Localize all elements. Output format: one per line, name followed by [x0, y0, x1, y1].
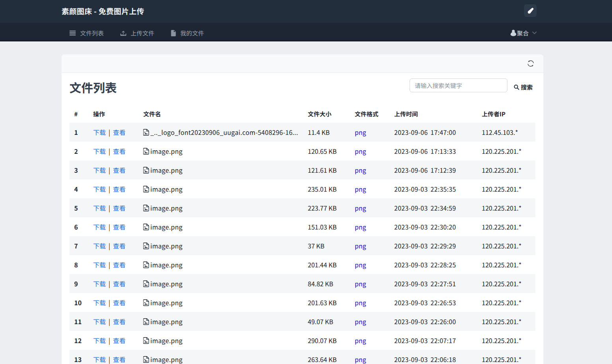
- view-link[interactable]: 查看: [113, 298, 125, 307]
- row-filename: image.png: [150, 355, 183, 364]
- nav-item-file-list[interactable]: 文件列表: [69, 29, 104, 37]
- format-link[interactable]: png: [355, 241, 366, 250]
- file-list-panel: 文件列表 搜索: [62, 54, 543, 364]
- format-link[interactable]: png: [355, 222, 366, 231]
- row-actions: 下载|查看: [88, 236, 138, 255]
- download-link[interactable]: 下载: [93, 203, 106, 213]
- row-uploader-ip: 120.225.201.*: [477, 217, 535, 236]
- view-link[interactable]: 查看: [113, 127, 125, 137]
- action-separator: |: [106, 146, 113, 156]
- format-link[interactable]: png: [355, 165, 366, 175]
- format-link[interactable]: png: [355, 317, 366, 326]
- view-link[interactable]: 查看: [113, 222, 125, 231]
- view-link[interactable]: 查看: [113, 241, 125, 250]
- file-row: 10下载|查看image.png201.63 KBpng2023-09-03 2…: [69, 293, 535, 312]
- row-format-cell: png: [350, 293, 389, 312]
- view-link[interactable]: 查看: [113, 146, 125, 156]
- row-uploader-ip: 120.225.201.*: [477, 198, 535, 217]
- nav-item-upload[interactable]: 上传文件: [120, 29, 154, 37]
- row-upload-time: 2023-09-06 17:47:00: [389, 123, 477, 142]
- format-link[interactable]: png: [355, 127, 366, 137]
- view-link[interactable]: 查看: [113, 165, 125, 175]
- search-button-label: 搜索: [521, 83, 533, 91]
- panel-toolbar: [62, 54, 543, 73]
- theme-brush-button[interactable]: [524, 4, 537, 17]
- page-title: 文件列表: [69, 81, 117, 93]
- row-size: 37 KB: [303, 236, 350, 255]
- view-link[interactable]: 查看: [113, 260, 125, 269]
- download-link[interactable]: 下载: [93, 146, 106, 156]
- row-uploader-ip: 120.225.201.*: [477, 179, 535, 198]
- format-link[interactable]: png: [355, 184, 366, 194]
- download-link[interactable]: 下载: [93, 184, 106, 194]
- row-size: 49.07 KB: [303, 312, 350, 331]
- row-size: 263.64 KB: [303, 350, 350, 364]
- format-link[interactable]: png: [355, 355, 366, 364]
- row-upload-time: 2023-09-06 17:13:33: [389, 142, 477, 161]
- row-size: 11.4 KB: [303, 123, 350, 142]
- search-button[interactable]: 搜索: [514, 83, 533, 91]
- row-filename: image.png: [150, 203, 183, 213]
- row-filename-cell: image.png: [138, 350, 303, 364]
- row-uploader-ip: 120.225.201.*: [477, 236, 535, 255]
- file-row: 7下载|查看image.png37 KBpng2023-09-03 22:29:…: [69, 236, 535, 255]
- download-link[interactable]: 下载: [93, 336, 106, 345]
- download-link[interactable]: 下载: [93, 279, 106, 288]
- user-menu-dropdown[interactable]: 聚合: [510, 29, 537, 37]
- refresh-button[interactable]: [527, 60, 535, 67]
- format-link[interactable]: png: [355, 336, 366, 345]
- action-separator: |: [106, 127, 113, 137]
- row-index: 8: [69, 255, 88, 274]
- row-filename-cell: image.png: [138, 312, 303, 331]
- row-actions: 下载|查看: [88, 123, 138, 142]
- format-link[interactable]: png: [355, 279, 366, 288]
- file-row: 11下载|查看image.png49.07 KBpng2023-09-03 22…: [69, 312, 535, 331]
- file-table: # 操作 文件名 文件大小 文件格式 上传时间 上传者IP 1下载|查看_.._…: [69, 105, 535, 364]
- row-size: 84.82 KB: [303, 274, 350, 293]
- download-link[interactable]: 下载: [93, 298, 106, 307]
- format-link[interactable]: png: [355, 298, 366, 307]
- download-link[interactable]: 下载: [93, 317, 106, 326]
- format-link[interactable]: png: [355, 203, 366, 213]
- row-size: 120.65 KB: [303, 142, 350, 161]
- file-row: 5下载|查看image.png223.77 KBpng2023-09-03 22…: [69, 198, 535, 217]
- view-link[interactable]: 查看: [113, 184, 125, 194]
- action-separator: |: [106, 165, 113, 175]
- row-filename: _.._logo_font20230906_uugai.com-5408296-…: [150, 127, 298, 137]
- row-index: 12: [69, 331, 88, 350]
- format-link[interactable]: png: [355, 146, 366, 156]
- download-link[interactable]: 下载: [93, 260, 106, 269]
- download-link[interactable]: 下载: [93, 222, 106, 231]
- action-separator: |: [106, 203, 113, 213]
- download-link[interactable]: 下载: [93, 241, 106, 250]
- download-link[interactable]: 下载: [93, 165, 106, 175]
- row-filename: image.png: [150, 184, 183, 194]
- row-actions: 下载|查看: [88, 217, 138, 236]
- row-format-cell: png: [350, 236, 389, 255]
- top-header-bar: 素颜图床 - 免费图片上传: [0, 0, 612, 23]
- row-filename-cell: image.png: [138, 236, 303, 255]
- row-filename: image.png: [150, 165, 183, 175]
- row-actions: 下载|查看: [88, 274, 138, 293]
- row-uploader-ip: 120.225.201.*: [477, 293, 535, 312]
- view-link[interactable]: 查看: [113, 203, 125, 213]
- main-nav-bar: 文件列表 上传文件: [0, 23, 612, 41]
- nav-item-my-files[interactable]: 我的文件: [171, 29, 204, 37]
- row-index: 3: [69, 161, 88, 179]
- row-size: 223.77 KB: [303, 198, 350, 217]
- row-filename-cell: image.png: [138, 198, 303, 217]
- action-separator: |: [106, 184, 113, 194]
- row-size: 290.07 KB: [303, 331, 350, 350]
- view-link[interactable]: 查看: [113, 279, 125, 288]
- row-filename: image.png: [150, 317, 183, 326]
- search-input[interactable]: [410, 78, 507, 92]
- view-link[interactable]: 查看: [113, 317, 125, 326]
- format-link[interactable]: png: [355, 260, 366, 269]
- row-filename: image.png: [150, 260, 183, 269]
- row-format-cell: png: [350, 312, 389, 331]
- view-link[interactable]: 查看: [113, 336, 125, 345]
- download-link[interactable]: 下载: [93, 355, 106, 364]
- view-link[interactable]: 查看: [113, 355, 125, 364]
- download-link[interactable]: 下载: [93, 127, 106, 137]
- row-filename-cell: image.png: [138, 331, 303, 350]
